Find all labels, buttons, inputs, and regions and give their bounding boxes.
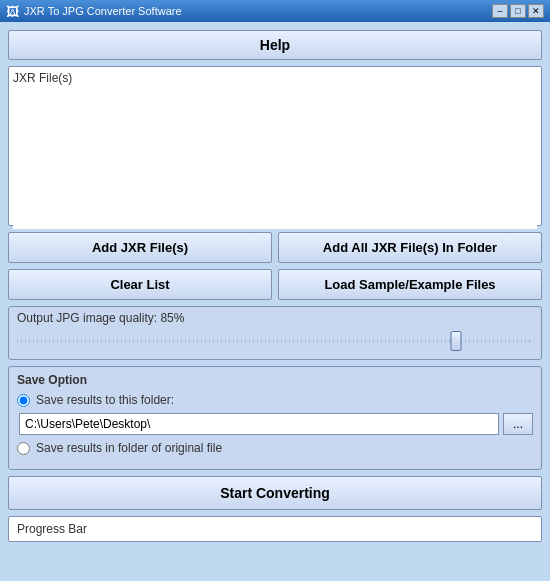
close-button[interactable]: ✕ bbox=[528, 4, 544, 18]
folder-path-row: ... bbox=[17, 413, 533, 435]
add-all-jxr-button[interactable]: Add All JXR File(s) In Folder bbox=[278, 232, 542, 263]
save-original-row: Save results in folder of original file bbox=[17, 441, 533, 455]
add-jxr-button[interactable]: Add JXR File(s) bbox=[8, 232, 272, 263]
progress-bar-container: Progress Bar bbox=[8, 516, 542, 542]
title-bar-title: JXR To JPG Converter Software bbox=[24, 5, 182, 17]
browse-button[interactable]: ... bbox=[503, 413, 533, 435]
quality-slider[interactable] bbox=[450, 331, 461, 351]
save-to-folder-row: Save results to this folder: bbox=[17, 393, 533, 407]
file-list-textarea[interactable] bbox=[13, 89, 537, 229]
title-bar-left: 🖼 JXR To JPG Converter Software bbox=[6, 4, 182, 18]
save-original-label: Save results in folder of original file bbox=[36, 441, 222, 455]
quality-label: Output JPG image quality: 85% bbox=[17, 311, 533, 325]
title-bar: 🖼 JXR To JPG Converter Software – □ ✕ bbox=[0, 0, 550, 22]
save-option-section: Save Option Save results to this folder:… bbox=[8, 366, 542, 470]
folder-path-input[interactable] bbox=[19, 413, 499, 435]
start-converting-button[interactable]: Start Converting bbox=[8, 476, 542, 510]
clear-load-row: Clear List Load Sample/Example Files bbox=[8, 269, 542, 300]
quality-section: Output JPG image quality: 85% bbox=[8, 306, 542, 360]
main-container: Help JXR File(s) Add JXR File(s) Add All… bbox=[0, 22, 550, 581]
save-to-folder-label: Save results to this folder: bbox=[36, 393, 174, 407]
save-to-folder-radio[interactable] bbox=[17, 394, 30, 407]
minimize-button[interactable]: – bbox=[492, 4, 508, 18]
clear-list-button[interactable]: Clear List bbox=[8, 269, 272, 300]
load-sample-button[interactable]: Load Sample/Example Files bbox=[278, 269, 542, 300]
file-list-container: JXR File(s) bbox=[8, 66, 542, 226]
app-icon: 🖼 bbox=[6, 4, 20, 18]
progress-bar-label: Progress Bar bbox=[17, 522, 87, 536]
maximize-button[interactable]: □ bbox=[510, 4, 526, 18]
help-button[interactable]: Help bbox=[8, 30, 542, 60]
quality-slider-container bbox=[17, 331, 533, 351]
save-option-legend: Save Option bbox=[17, 373, 533, 387]
save-original-radio[interactable] bbox=[17, 442, 30, 455]
file-list-label: JXR File(s) bbox=[13, 71, 537, 85]
add-buttons-row: Add JXR File(s) Add All JXR File(s) In F… bbox=[8, 232, 542, 263]
title-bar-controls[interactable]: – □ ✕ bbox=[492, 4, 544, 18]
